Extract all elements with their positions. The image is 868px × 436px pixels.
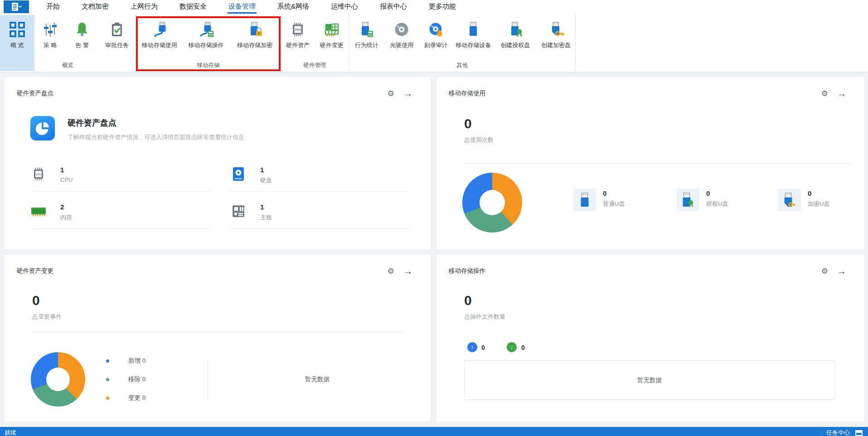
menu-item-doc-encryption[interactable]: 文档加密 (82, 0, 109, 14)
total-operations-label: 总操作文件数量 (464, 313, 505, 321)
card-hero-subtitle: 了解终端当前硬件资产情况，可进入详情页面按品牌等查看统计信息 (68, 133, 244, 141)
changes-legend: 新增 0 移除 0 变更 0 (106, 355, 145, 411)
sliders-icon (41, 19, 59, 40)
card-hardware-inventory: 硬件资产盘点 ⚙ → 硬件资产盘点 了解终端当前硬件资产情况，可进入详情页面按品… (5, 77, 431, 249)
usb-lock-icon (246, 19, 264, 40)
usb-encrypted-icon (778, 189, 801, 211)
ribbon-button-create-authorized-disk[interactable]: 创建授权盘 (494, 14, 537, 61)
usb-stick-icon (464, 19, 482, 40)
ribbon-button-storage-usage[interactable]: 移动存储使用 (136, 14, 183, 61)
stat-encrypted-usb: 0 加密U盘 (778, 189, 829, 211)
disc-burn-icon (427, 19, 445, 40)
ribbon-button-storage-encryption[interactable]: 移动存储加密 (229, 14, 281, 61)
legend-dot-changed (106, 397, 109, 400)
menu-item-ops-center[interactable]: 运维中心 (331, 0, 358, 14)
goto-arrow-icon[interactable]: → (837, 266, 846, 276)
divider (464, 163, 852, 164)
menu-item-report-center[interactable]: 报表中心 (380, 0, 407, 14)
card-hardware-changes: 硬件资产变更 ⚙ → 0 总变更事件 新增 0 移除 0 (5, 255, 431, 421)
menu-item-web-behavior[interactable]: 上网行为 (131, 0, 158, 14)
usb-plug-calculator-icon (197, 19, 215, 40)
ribbon-button-hardware-change[interactable]: 硬件变更 (315, 14, 349, 61)
goto-arrow-icon[interactable]: → (837, 89, 846, 98)
disc-icon (393, 19, 411, 40)
goto-arrow-icon[interactable]: → (403, 89, 412, 98)
storage-usage-donut-chart (462, 173, 522, 233)
ribbon-group-hardware-management: CPU 硬件资产 (281, 14, 349, 72)
ribbon-button-behavior-stats[interactable]: 行为统计 (349, 14, 384, 61)
mainboard-icon (230, 203, 247, 219)
ribbon-group-removable-storage: 移动存储使用 (136, 14, 281, 72)
menu-items: 开始 文档加密 上网行为 数据安全 设备管理 系统&网络 运维中心 报表中心 更… (35, 0, 467, 14)
usb-medal-icon (506, 19, 524, 40)
clipboard-check-icon (108, 19, 126, 40)
vertical-divider (208, 357, 208, 401)
ribbon-group-other: 行为统计 光驱使用 (349, 14, 576, 72)
legend-dot-removed (106, 378, 109, 381)
card-title: 移动存储操作 (449, 267, 485, 275)
stat-authorized-usb: 0 授权U盘 (677, 189, 728, 211)
no-data-text: 暂无数据 (218, 357, 417, 401)
stat-harddisk: 1 硬盘 (230, 166, 410, 192)
window-panel-icon[interactable] (855, 430, 863, 436)
card-storage-usage: 移动存储使用 ⚙ → 0 总使用次数 (436, 77, 864, 249)
card-storage-operations: 移动存储操作 ⚙ → 0 总操作文件数量 ↑ 0 ↓ 0 暂无数据 (436, 255, 864, 421)
ribbon-button-policy[interactable]: 策 略 (34, 14, 66, 61)
card-hero-title: 硬件资产盘点 (68, 117, 244, 128)
menu-item-start[interactable]: 开始 (46, 0, 60, 14)
divider (30, 332, 403, 333)
app-menu-button[interactable] (4, 0, 29, 13)
task-center-button[interactable]: 任务中心 (826, 426, 850, 436)
status-ready-text: 就绪 (5, 426, 16, 436)
ribbon-group-label-hardware-management: 硬件管理 (281, 61, 349, 72)
card-title: 硬件资产盘点 (17, 89, 53, 97)
ribbon-button-approval-tasks[interactable]: 审批任务 (98, 14, 136, 61)
upload-count: 0 (481, 344, 485, 351)
ribbon-button-hardware-asset[interactable]: CPU 硬件资产 (281, 14, 315, 61)
goto-arrow-icon[interactable]: → (403, 266, 412, 276)
legend-dot-added (106, 359, 109, 363)
legend-item-added: 新增 0 (106, 355, 145, 366)
usb-plug-icon (150, 19, 169, 40)
stat-cpu: CPU 1 CPU (30, 166, 210, 192)
ribbon-button-storage-operation[interactable]: 移动存储操作 (183, 14, 229, 61)
ribbon-button-burn-audit[interactable]: 刻录审计 (419, 14, 453, 61)
settings-gear-icon[interactable]: ⚙ (388, 267, 394, 275)
ribbon-button-overview[interactable]: 概 览 (0, 14, 34, 61)
download-count: 0 (521, 344, 525, 351)
ribbon-group-label-overview: 概览 (0, 61, 136, 72)
bell-icon (73, 19, 91, 40)
ribbon-button-create-encrypted-disk[interactable]: 创建加密盘 (537, 14, 575, 61)
ribbon-group-label-removable-storage: 移动存储 (136, 61, 281, 72)
settings-gear-icon[interactable]: ⚙ (821, 90, 828, 97)
menu-item-data-security[interactable]: 数据安全 (179, 0, 207, 14)
overview-grid-icon (8, 19, 26, 40)
upload-arrow-icon: ↑ (467, 342, 477, 352)
card-title: 移动存储使用 (449, 89, 485, 97)
stat-normal-usb: 0 普通U盘 (573, 189, 625, 211)
ribbon-button-cd-usage[interactable]: 光驱使用 (384, 14, 419, 61)
settings-gear-icon[interactable]: ⚙ (821, 267, 828, 275)
memory-grid-icon (323, 19, 341, 40)
menu-bar: 开始 文档加密 上网行为 数据安全 设备管理 系统&网络 运维中心 报表中心 更… (0, 0, 868, 14)
menu-item-device-management[interactable]: 设备管理 (228, 0, 256, 14)
total-usage-label: 总使用次数 (464, 136, 494, 144)
device-management-app: 开始 文档加密 上网行为 数据安全 设备管理 系统&网络 运维中心 报表中心 更… (0, 0, 868, 436)
menu-item-system-network[interactable]: 系统&网络 (277, 0, 309, 14)
settings-gear-icon[interactable]: ⚙ (388, 90, 394, 97)
total-changes-label: 总变更事件 (32, 313, 62, 321)
hardware-changes-donut-chart (31, 352, 85, 407)
total-operations-value: 0 (464, 293, 505, 308)
memory-icon (30, 203, 47, 219)
no-data-box: 暂无数据 (464, 360, 835, 400)
ribbon-button-alert[interactable]: 告 警 (66, 14, 99, 61)
stat-memory: 2 内存 (30, 203, 210, 229)
stat-mainboard: 1 主板 (230, 203, 410, 229)
ribbon-button-storage-device[interactable]: 移动存储设备 (453, 14, 494, 61)
legend-item-removed: 移除 0 (106, 374, 145, 385)
legend-item-changed: 变更 0 (106, 392, 145, 403)
menu-item-more-features[interactable]: 更多功能 (429, 0, 456, 14)
harddisk-icon (230, 166, 247, 182)
dashboard-content: 硬件资产盘点 ⚙ → 硬件资产盘点 了解终端当前硬件资产情况，可进入详情页面按品… (0, 73, 868, 427)
download-status-icon: ↓ (820, 427, 824, 436)
